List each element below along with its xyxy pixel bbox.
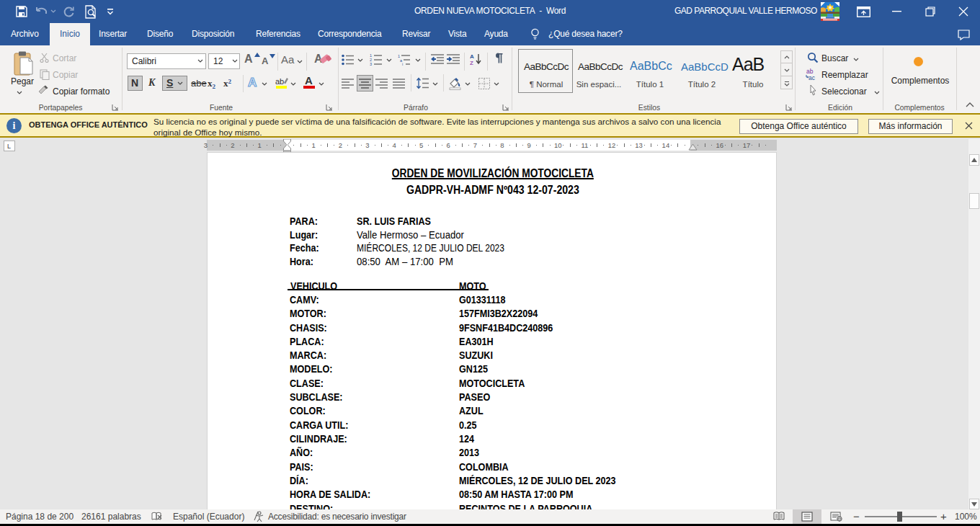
svg-text:ab: ab xyxy=(275,77,284,86)
svg-text:A: A xyxy=(470,53,474,60)
svg-text:ac: ac xyxy=(808,74,816,81)
svg-text:i: i xyxy=(402,62,403,66)
svg-text:3: 3 xyxy=(370,62,372,66)
svg-text:Z: Z xyxy=(470,60,473,66)
